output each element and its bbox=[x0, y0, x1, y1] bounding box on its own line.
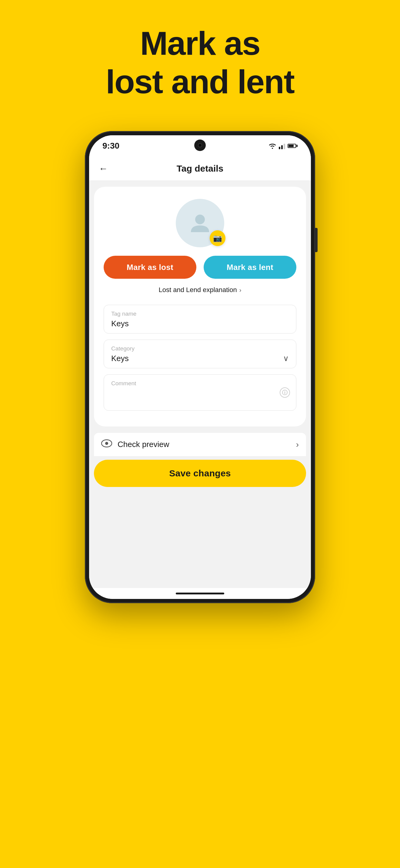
category-field[interactable]: Category Keys ∨ bbox=[104, 340, 296, 368]
status-time: 9:30 bbox=[103, 141, 119, 151]
phone-screen: 9:30 bbox=[89, 135, 311, 599]
camera-badge-button[interactable]: 📷 bbox=[210, 230, 225, 246]
main-card: 📷 Mark as lost Mark as lent Lost and Len… bbox=[94, 187, 306, 427]
check-preview-label: Check preview bbox=[118, 440, 169, 449]
comment-label: Comment bbox=[111, 380, 289, 387]
camera-notch bbox=[194, 140, 206, 151]
app-header: ← Tag details bbox=[89, 156, 311, 181]
tag-name-field[interactable]: Tag name Keys bbox=[104, 305, 296, 334]
back-button[interactable]: ← bbox=[99, 163, 108, 174]
check-preview-chevron: › bbox=[296, 440, 299, 450]
save-changes-button[interactable]: Save changes bbox=[94, 460, 306, 487]
screen-content[interactable]: 📷 Mark as lost Mark as lent Lost and Len… bbox=[89, 181, 311, 588]
check-preview-row[interactable]: Check preview › bbox=[94, 433, 306, 456]
chevron-down-icon: ∨ bbox=[283, 354, 289, 363]
avatar-wrapper: 📷 bbox=[176, 199, 224, 247]
eye-icon bbox=[101, 439, 112, 450]
chevron-right-icon: › bbox=[239, 287, 241, 293]
category-select[interactable]: Keys ∨ bbox=[111, 354, 289, 363]
page-title: Tag details bbox=[177, 163, 223, 174]
save-changes-wrapper: Save changes bbox=[89, 456, 311, 499]
mark-as-lent-button[interactable]: Mark as lent bbox=[204, 256, 296, 279]
tag-name-value: Keys bbox=[111, 319, 129, 328]
check-preview-left: Check preview bbox=[101, 439, 169, 450]
camera-dot bbox=[198, 143, 202, 147]
info-icon[interactable]: ⓘ bbox=[280, 388, 290, 398]
hero-title: Mark as lost and lent bbox=[106, 24, 294, 101]
tag-name-label: Tag name bbox=[111, 311, 289, 317]
mark-as-lost-button[interactable]: Mark as lost bbox=[104, 256, 196, 279]
signal-icon bbox=[279, 143, 285, 149]
wifi-icon bbox=[268, 143, 276, 149]
home-indicator bbox=[89, 588, 311, 599]
comment-field[interactable]: Comment ⓘ bbox=[104, 374, 296, 411]
explanation-link[interactable]: Lost and Lend explanation › bbox=[159, 286, 241, 294]
svg-point-0 bbox=[195, 215, 205, 224]
home-bar bbox=[176, 593, 224, 594]
battery-icon bbox=[288, 144, 297, 148]
camera-icon: 📷 bbox=[213, 234, 222, 242]
status-icons bbox=[268, 143, 297, 149]
person-icon bbox=[188, 211, 212, 235]
phone-shell: 9:30 bbox=[85, 131, 315, 603]
phone-device: 9:30 bbox=[85, 131, 315, 603]
category-value: Keys bbox=[111, 354, 129, 363]
status-bar: 9:30 bbox=[89, 135, 311, 156]
category-label: Category bbox=[111, 345, 289, 352]
action-buttons-row: Mark as lost Mark as lent bbox=[104, 256, 296, 279]
svg-point-2 bbox=[105, 442, 108, 445]
